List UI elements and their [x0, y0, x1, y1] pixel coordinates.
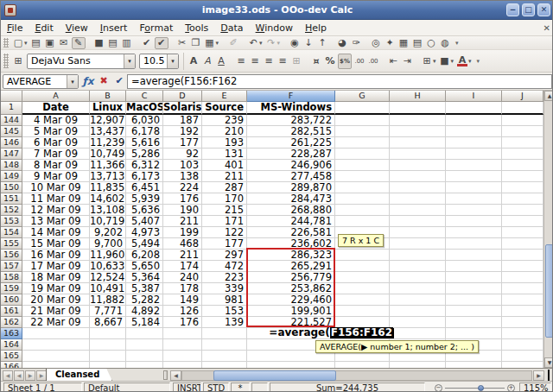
cell[interactable]: 5,387	[126, 283, 163, 294]
cell[interactable]: 284,473	[247, 193, 335, 205]
cell[interactable]: 6,451	[126, 182, 163, 193]
cell[interactable]	[390, 171, 446, 182]
cell[interactable]: 6,312	[126, 160, 163, 171]
cell[interactable]: 18 Mar 09	[22, 272, 90, 283]
cell[interactable]: 253,862	[247, 283, 335, 294]
close-document-icon[interactable]: ✕	[543, 23, 550, 33]
cell[interactable]	[22, 339, 90, 351]
cell[interactable]: 215	[202, 205, 247, 216]
cancel-icon[interactable]: ✖	[97, 74, 111, 88]
menu-insert[interactable]: Insert	[94, 21, 134, 35]
row-header-162[interactable]: 162	[1, 317, 22, 328]
cell[interactable]: 226,581	[247, 227, 335, 238]
cell[interactable]: 4 Mar 09	[22, 115, 90, 126]
column-header-I[interactable]: I	[446, 91, 502, 102]
cell[interactable]	[502, 160, 543, 171]
cell[interactable]: 19 Mar 09	[22, 283, 90, 294]
insert-mode-field[interactable]: INSRT	[173, 383, 201, 392]
first-sheet-button[interactable]: ◀	[3, 370, 13, 381]
cell[interactable]: 5,407	[126, 216, 163, 227]
menu-help[interactable]: Help	[299, 21, 333, 35]
cell[interactable]: 5,636	[126, 205, 163, 216]
copy-button[interactable]: ❐	[190, 37, 202, 49]
cell[interactable]	[446, 362, 502, 368]
undo-dropdown-icon[interactable]: ▾	[259, 40, 263, 47]
cell[interactable]: 8,667	[90, 317, 126, 328]
menu-edit[interactable]: Edit	[29, 21, 59, 35]
cell[interactable]	[502, 261, 543, 272]
cell[interactable]: 12,524	[90, 272, 126, 283]
cell[interactable]	[502, 306, 543, 317]
minimize-button[interactable]: −	[506, 3, 519, 16]
redo-dropdown-icon[interactable]: ▾	[277, 40, 281, 47]
cell[interactable]	[446, 182, 502, 193]
cell[interactable]	[335, 362, 390, 368]
cell[interactable]	[390, 294, 446, 306]
chevron-down-icon[interactable]: ▾	[167, 54, 178, 68]
gallery-button[interactable]: ▦	[397, 37, 410, 49]
cell[interactable]: 10 Mar 09	[22, 182, 90, 193]
cell[interactable]: 11,882	[90, 294, 126, 306]
page-preview-button[interactable]: ▥	[121, 37, 133, 49]
cell[interactable]	[502, 205, 543, 216]
cell[interactable]	[446, 261, 502, 272]
cell[interactable]	[335, 171, 390, 182]
column-header-G[interactable]: G	[335, 91, 390, 102]
italic-button[interactable]: A	[201, 54, 213, 69]
sum-field[interactable]: Sum=244,735	[270, 383, 425, 392]
column-header-E[interactable]: E	[202, 91, 247, 102]
cell[interactable]	[502, 283, 543, 294]
cell[interactable]: 223	[202, 272, 247, 283]
cell[interactable]	[247, 362, 335, 368]
row-header-158[interactable]: 158	[1, 272, 22, 283]
cell[interactable]	[446, 328, 502, 339]
column-header-F[interactable]: F	[247, 91, 335, 102]
find-replace-button[interactable]: ◎	[370, 37, 382, 49]
row-header-160[interactable]: 160	[1, 294, 22, 306]
accept-icon[interactable]: ✔	[112, 74, 126, 88]
pane-split-handle[interactable]	[548, 370, 550, 381]
cell[interactable]: 199,901	[247, 306, 335, 317]
zoom-slider[interactable]: − +	[433, 383, 517, 392]
cell[interactable]	[446, 137, 502, 149]
cell[interactable]	[335, 160, 390, 171]
cell[interactable]	[502, 362, 543, 368]
row-header-166[interactable]: 166	[1, 362, 22, 368]
open-document-button[interactable]: ▤	[30, 37, 42, 49]
cell[interactable]	[502, 149, 543, 160]
cell[interactable]	[390, 160, 446, 171]
cell[interactable]	[126, 328, 163, 339]
sort-descending-button[interactable]: ↑	[316, 37, 328, 49]
cell[interactable]: 6,208	[126, 250, 163, 261]
cell[interactable]: 401	[202, 160, 247, 171]
row-header-165[interactable]: 165	[1, 351, 22, 362]
cell[interactable]	[202, 339, 247, 351]
cell[interactable]	[390, 328, 446, 339]
font-size-combo[interactable]: 10.5 ▾	[139, 54, 179, 69]
scroll-up-icon[interactable]: ▲	[544, 91, 553, 101]
cell[interactable]	[446, 216, 502, 227]
standard-format-button[interactable]: $%	[338, 54, 352, 69]
paste-dropdown-icon[interactable]: ▾	[216, 40, 219, 47]
row-header-147[interactable]: 147	[1, 149, 22, 160]
cell[interactable]	[502, 317, 543, 328]
redo-button[interactable]: ↷▾	[265, 37, 282, 49]
cell[interactable]: 171	[202, 216, 247, 227]
cell[interactable]: 244,781	[247, 216, 335, 227]
cell[interactable]	[22, 351, 90, 362]
cell[interactable]: 11 Mar 09	[22, 193, 90, 205]
cell[interactable]	[390, 102, 446, 115]
row-header-144[interactable]: 144	[1, 115, 22, 126]
new-document-button[interactable]: ▢▾	[12, 37, 29, 49]
cell[interactable]: 240	[163, 272, 202, 283]
cell[interactable]	[390, 283, 446, 294]
email-button[interactable]: ✉	[58, 37, 70, 49]
cell[interactable]	[390, 182, 446, 193]
cell[interactable]	[390, 250, 446, 261]
column-header-B[interactable]: B	[90, 91, 126, 102]
cell[interactable]	[390, 115, 446, 126]
page-style-field[interactable]: Default	[84, 383, 170, 392]
cell[interactable]: 339	[202, 283, 247, 294]
cell[interactable]	[446, 306, 502, 317]
undo-button[interactable]: ↶▾	[247, 37, 264, 49]
